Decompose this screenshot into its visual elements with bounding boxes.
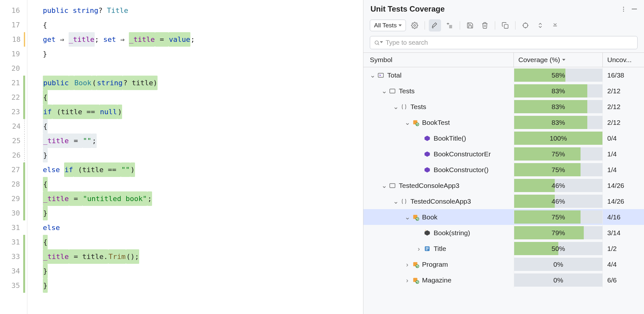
coverage-panel: Unit Tests Coverage All Tests bbox=[363, 0, 644, 314]
coverage-row[interactable]: ›Magazine0%6/6 bbox=[363, 272, 644, 288]
code-line[interactable]: get ⇒ _title; set ⇒ _title = value; bbox=[43, 32, 363, 47]
code-line[interactable]: } bbox=[43, 264, 363, 278]
code-area[interactable]: public string? Title { get ⇒ _title; set… bbox=[27, 0, 363, 314]
targets-filter[interactable]: All Tests bbox=[370, 20, 406, 31]
code-line[interactable]: else if (title == "") bbox=[43, 162, 363, 177]
chevron-down-icon[interactable]: ⌄ bbox=[393, 103, 398, 111]
gutter-line: 25 bbox=[0, 134, 25, 148]
uncovered-count: 16/38 bbox=[603, 71, 644, 79]
coverage-bar: 75% bbox=[514, 146, 603, 162]
svg-marker-12 bbox=[380, 74, 381, 76]
coverage-row[interactable]: ⌄TestedConsoleApp346%14/26 bbox=[363, 193, 644, 209]
copy-icon[interactable] bbox=[499, 19, 511, 32]
column-symbol[interactable]: Symbol bbox=[363, 53, 514, 67]
coverage-row-label: Program bbox=[422, 261, 448, 268]
code-line[interactable]: } bbox=[43, 148, 363, 162]
chevron-down-icon[interactable]: ⌄ bbox=[370, 71, 375, 79]
svg-rect-27 bbox=[426, 249, 428, 250]
coverage-row-label: BookConstructor() bbox=[434, 166, 488, 174]
sort-desc-icon bbox=[562, 59, 565, 61]
coverage-bar: 75% bbox=[514, 209, 603, 225]
save-snapshot-icon[interactable] bbox=[464, 19, 476, 32]
gutter-line: 18 bbox=[0, 32, 25, 47]
svg-rect-19 bbox=[390, 183, 395, 188]
code-line[interactable]: public Book(string? title) bbox=[43, 76, 363, 90]
code-line[interactable]: _title = ""; bbox=[43, 134, 363, 148]
namespace-icon bbox=[400, 103, 408, 111]
uncovered-count: 2/12 bbox=[603, 119, 644, 126]
chevron-right-icon[interactable]: › bbox=[416, 245, 421, 253]
coverage-row[interactable]: ›Title50%1/2 bbox=[363, 241, 644, 256]
locate-icon[interactable] bbox=[519, 19, 532, 32]
code-line[interactable]: { bbox=[43, 18, 363, 32]
search-input[interactable] bbox=[386, 39, 633, 46]
uncovered-count: 6/6 bbox=[603, 276, 644, 284]
coverage-row[interactable]: BookConstructorEr75%1/4 bbox=[363, 146, 644, 162]
coverage-row[interactable]: ›Program0%4/4 bbox=[363, 256, 644, 272]
highlight-code-icon[interactable] bbox=[429, 19, 441, 32]
project-icon bbox=[389, 182, 396, 189]
panel-header: Unit Tests Coverage bbox=[363, 0, 644, 17]
coverage-row-label: Book bbox=[422, 213, 437, 221]
class2-icon bbox=[412, 261, 419, 268]
chevron-down-icon[interactable]: ⌄ bbox=[381, 182, 387, 189]
code-line[interactable]: } bbox=[43, 47, 363, 61]
coverage-row[interactable]: ⌄BookTest83%2/12 bbox=[363, 115, 644, 130]
coverage-row[interactable]: ⌄Tests83%2/12 bbox=[363, 99, 644, 115]
code-line[interactable]: { bbox=[43, 177, 363, 191]
more-options-icon[interactable] bbox=[621, 6, 626, 12]
delete-icon[interactable] bbox=[479, 19, 491, 32]
code-line[interactable]: { bbox=[43, 90, 363, 105]
ctor-icon: * bbox=[423, 229, 431, 237]
coverage-row[interactable]: ⌄Tests83%2/12 bbox=[363, 83, 644, 99]
code-line[interactable]: public string? Title bbox=[43, 3, 363, 18]
column-uncovered[interactable]: Uncov... bbox=[603, 53, 644, 67]
search-dropdown-icon[interactable] bbox=[380, 41, 383, 44]
svg-rect-25 bbox=[426, 247, 428, 248]
code-line[interactable]: else bbox=[43, 220, 363, 235]
collapse-all-icon[interactable] bbox=[549, 19, 561, 32]
gutter-line: 29 bbox=[0, 191, 25, 206]
coverage-row[interactable]: ⌄Total58%16/38 bbox=[363, 67, 644, 83]
search-input-wrap[interactable] bbox=[370, 36, 638, 49]
svg-text:*: * bbox=[425, 229, 426, 232]
code-line[interactable]: } bbox=[43, 206, 363, 220]
code-editor[interactable]: 1617181920212223242526272829303131333435… bbox=[0, 0, 363, 314]
coverage-row[interactable]: BookConstructor()75%1/4 bbox=[363, 162, 644, 178]
coverage-row-label: Magazine bbox=[422, 276, 451, 284]
coverage-row-label: Tests bbox=[410, 103, 426, 111]
code-line[interactable]: _title = title.Trim(); bbox=[43, 249, 363, 264]
coverage-bar: 79% bbox=[514, 225, 603, 241]
coverage-row-label: BookConstructorEr bbox=[434, 150, 491, 158]
gutter-line: 26 bbox=[0, 148, 25, 162]
coverage-bar: 0% bbox=[514, 256, 603, 272]
code-line[interactable]: _title = "untitled book"; bbox=[43, 191, 363, 206]
uncovered-count: 3/14 bbox=[603, 229, 644, 237]
minimize-panel-icon[interactable] bbox=[632, 6, 637, 12]
chevron-right-icon[interactable]: › bbox=[405, 261, 410, 268]
code-line[interactable]: if (title == null) bbox=[43, 105, 363, 119]
chevron-down-icon[interactable]: ⌄ bbox=[405, 119, 410, 126]
code-line[interactable] bbox=[43, 61, 363, 76]
uncovered-count: 14/26 bbox=[603, 182, 644, 189]
code-line[interactable]: { bbox=[43, 235, 363, 249]
gutter-line: 22 bbox=[0, 90, 25, 105]
coverage-row[interactable]: ⌄Book75%4/16 bbox=[363, 209, 644, 225]
code-line[interactable]: } bbox=[43, 278, 363, 293]
uncovered-count: 4/4 bbox=[603, 261, 644, 268]
expand-collapse-icon[interactable] bbox=[534, 19, 546, 32]
settings-icon[interactable] bbox=[409, 19, 421, 32]
coverage-row[interactable]: ⌄TestedConsoleApp346%14/26 bbox=[363, 178, 644, 193]
coverage-row[interactable]: *Book(string)79%3/14 bbox=[363, 225, 644, 241]
navigate-icon[interactable] bbox=[444, 19, 456, 32]
search-icon bbox=[374, 40, 380, 46]
column-coverage[interactable]: Coverage (%) bbox=[514, 53, 603, 67]
chevron-down-icon[interactable]: ⌄ bbox=[393, 198, 398, 205]
code-line[interactable]: { bbox=[43, 119, 363, 134]
coverage-bar: 46% bbox=[514, 178, 603, 193]
coverage-row[interactable]: BookTitle()100%0/4 bbox=[363, 130, 644, 146]
chevron-down-icon[interactable]: ⌄ bbox=[405, 213, 410, 221]
coverage-tree[interactable]: ⌄Total58%16/38⌄Tests83%2/12⌄Tests83%2/12… bbox=[363, 67, 644, 314]
chevron-down-icon[interactable]: ⌄ bbox=[381, 87, 387, 95]
chevron-right-icon[interactable]: › bbox=[405, 276, 410, 284]
